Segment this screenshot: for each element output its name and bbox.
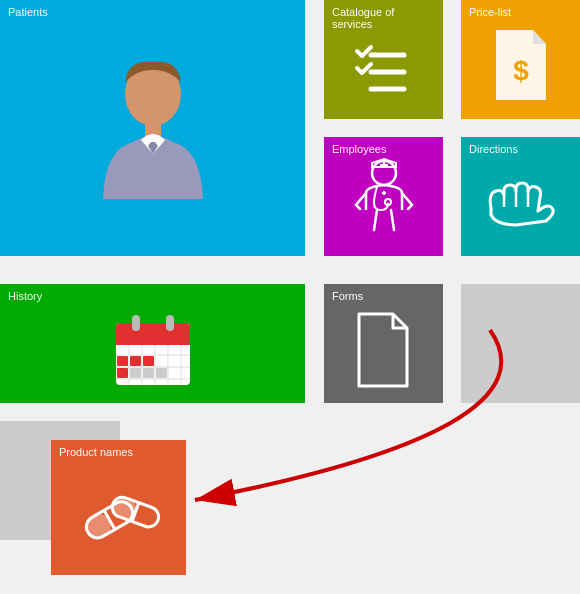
svg-rect-21 xyxy=(132,315,140,331)
svg-rect-40 xyxy=(82,510,115,542)
svg-rect-35 xyxy=(130,368,141,378)
svg-rect-36 xyxy=(143,368,154,378)
tile-placeholder1 xyxy=(461,284,580,403)
tile-directions[interactable]: Directions xyxy=(461,137,580,256)
tile-catalogue[interactable]: Catalogue of services xyxy=(324,0,443,119)
history-icon xyxy=(8,302,297,397)
pricelist-label: Price-list xyxy=(469,6,572,18)
tile-forms[interactable]: Forms xyxy=(324,284,443,403)
product-label: Product names xyxy=(59,446,178,458)
pricelist-icon: $ xyxy=(469,18,572,113)
svg-rect-22 xyxy=(166,315,174,331)
svg-point-10 xyxy=(385,199,391,205)
svg-rect-32 xyxy=(130,356,141,366)
forms-icon xyxy=(332,302,435,397)
tile-product[interactable]: Product names xyxy=(51,440,186,575)
employees-label: Employees xyxy=(332,143,435,155)
svg-line-11 xyxy=(374,210,377,230)
tile-employees[interactable]: Employees xyxy=(324,137,443,256)
tile-pricelist[interactable]: Price-list $ xyxy=(461,0,580,119)
patients-label: Patients xyxy=(8,6,297,18)
tile-history[interactable]: History xyxy=(0,284,305,403)
patients-icon xyxy=(8,18,297,250)
catalogue-label: Catalogue of services xyxy=(332,6,435,30)
svg-rect-37 xyxy=(156,368,167,378)
catalogue-icon xyxy=(332,30,435,113)
tile-patients[interactable]: Patients xyxy=(0,0,305,256)
svg-rect-31 xyxy=(117,356,128,366)
svg-line-12 xyxy=(391,210,394,230)
history-label: History xyxy=(8,290,297,302)
svg-rect-20 xyxy=(116,335,190,345)
product-icon xyxy=(59,458,178,569)
directions-icon xyxy=(469,155,572,250)
svg-rect-34 xyxy=(117,368,128,378)
svg-rect-33 xyxy=(143,356,154,366)
svg-text:$: $ xyxy=(513,55,529,86)
grid-container: Patients Catalogue of services xyxy=(0,0,580,594)
employees-icon xyxy=(332,155,435,250)
directions-label: Directions xyxy=(469,143,572,155)
forms-label: Forms xyxy=(332,290,435,302)
